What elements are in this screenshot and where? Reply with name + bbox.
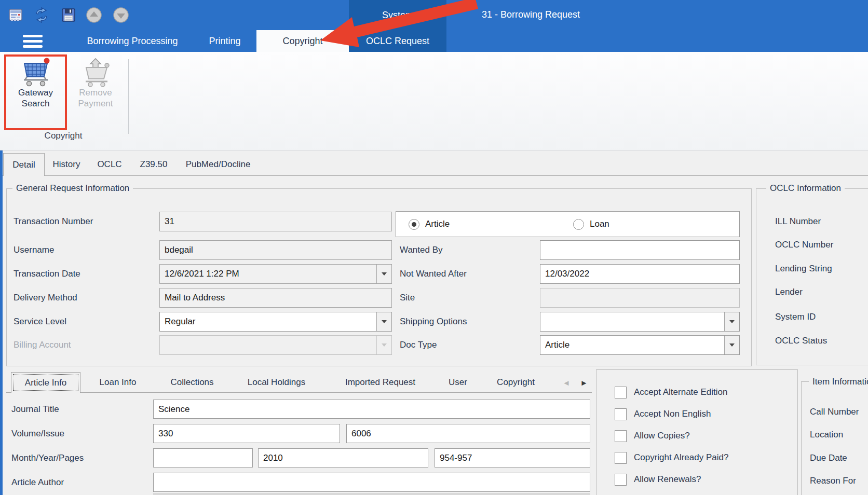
year-value: 2010 <box>263 453 283 463</box>
transaction-date-value: 12/6/2021 1:22 PM <box>165 269 239 279</box>
billing-account-dropdown-icon <box>376 336 391 354</box>
ribbon-tab-copyright[interactable]: Copyright <box>256 30 349 52</box>
copyright-already-paid-checkbox[interactable] <box>615 452 627 464</box>
allow-copies-checkbox[interactable] <box>615 430 627 442</box>
tab-copyright-bottom[interactable]: Copyright <box>485 372 546 393</box>
not-wanted-after-label: Not Wanted After <box>400 264 467 284</box>
accept-non-english-checkbox[interactable] <box>615 408 627 420</box>
refresh-icon[interactable] <box>33 7 50 23</box>
allow-renewals-checkbox[interactable] <box>615 474 627 486</box>
collapse-up-icon[interactable] <box>86 7 102 23</box>
issue-value: 6006 <box>351 429 371 439</box>
journal-title-field[interactable]: Science <box>153 400 590 419</box>
tab-local-holdings[interactable]: Local Holdings <box>236 372 317 393</box>
not-wanted-after-value: 12/03/2022 <box>545 269 589 279</box>
doc-type-combobox[interactable]: Article <box>540 335 740 355</box>
doc-type-label: Doc Type <box>400 335 437 355</box>
transaction-number-value: 31 <box>165 216 174 227</box>
tab-history[interactable]: History <box>45 153 88 176</box>
ribbon-tab-borrowing-processing[interactable]: Borrowing Processing <box>78 30 187 52</box>
reason-for-label: Reason For <box>810 476 856 486</box>
oclc-information-group-title: OCLC Information <box>766 183 845 194</box>
wanted-by-label: Wanted By <box>400 240 443 260</box>
tab-user[interactable]: User <box>442 372 473 393</box>
site-label: Site <box>400 288 415 308</box>
shipping-options-dropdown-icon[interactable] <box>724 312 739 331</box>
titlebar: System 31 - Borrowing Request Borrowing … <box>0 0 868 52</box>
system-menu-label[interactable]: System <box>349 8 446 22</box>
pages-value: 954-957 <box>440 453 472 463</box>
username-field[interactable]: bdegail <box>159 240 392 260</box>
not-wanted-after-field[interactable]: 12/03/2022 <box>540 264 740 284</box>
general-request-group-title: General Request Information <box>12 183 133 194</box>
shipping-options-combobox[interactable] <box>540 312 740 332</box>
lending-string-label: Lending String <box>775 264 832 274</box>
tab-z3950[interactable]: Z39.50 <box>131 153 177 176</box>
month-field[interactable] <box>153 448 253 468</box>
article-author-field[interactable] <box>153 473 590 492</box>
pages-field[interactable]: 954-957 <box>435 448 590 468</box>
tab-loan-info[interactable]: Loan Info <box>89 372 146 393</box>
accept-non-english-label: Accept Non English <box>634 409 711 419</box>
delivery-method-field[interactable]: Mail to Address <box>159 288 392 308</box>
tab-collections[interactable]: Collections <box>158 372 226 393</box>
item-information-group-title: Item Information <box>809 377 868 387</box>
volume-issue-label: Volume/Issue <box>11 424 64 443</box>
transaction-date-combobox[interactable]: 12/6/2021 1:22 PM <box>159 264 392 284</box>
window-title: 31 - Borrowing Request <box>482 9 580 20</box>
due-date-label: Due Date <box>810 453 847 463</box>
allow-renewals-label: Allow Renewals? <box>634 474 701 485</box>
service-level-value: Regular <box>165 317 196 327</box>
clipped-next-field <box>153 493 590 495</box>
remove-payment-label-line1: Remove <box>79 87 112 98</box>
username-label: Username <box>13 240 54 260</box>
delivery-method-label: Delivery Method <box>13 288 77 308</box>
wanted-by-field[interactable] <box>540 240 740 260</box>
year-field[interactable]: 2010 <box>258 448 428 468</box>
doc-type-dropdown-icon[interactable] <box>724 336 739 354</box>
accept-alternate-edition-checkbox[interactable] <box>615 387 627 398</box>
request-flags-panel: Accept Alternate Edition Accept Non Engl… <box>596 369 798 495</box>
cart-upload-icon <box>80 57 111 87</box>
tab-detail[interactable]: Detail <box>3 153 45 176</box>
issue-field[interactable]: 6006 <box>346 424 590 443</box>
service-level-combobox[interactable]: Regular <box>159 312 392 332</box>
transaction-number-field[interactable]: 31 <box>159 212 392 231</box>
ribbon-tab-printing[interactable]: Printing <box>201 30 248 52</box>
hamburger-menu-icon[interactable] <box>23 33 44 49</box>
service-level-label: Service Level <box>13 312 66 332</box>
article-author-label: Article Author <box>11 473 64 492</box>
ribbon-content <box>0 52 868 150</box>
location-label: Location <box>810 430 843 440</box>
transaction-number-label: Transaction Number <box>13 212 93 231</box>
remove-payment-button[interactable]: Remove Payment <box>71 57 120 109</box>
month-year-pages-label: Month/Year/Pages <box>11 448 84 468</box>
article-radio[interactable] <box>409 219 419 230</box>
ribbon-tab-oclc-request[interactable]: OCLC Request <box>351 30 444 52</box>
loan-radio[interactable] <box>573 219 584 230</box>
transaction-date-dropdown-icon[interactable] <box>376 265 391 283</box>
tab-oclc[interactable]: OCLC <box>88 153 131 176</box>
collapse-down-icon[interactable] <box>113 7 129 23</box>
ribbon-group-label: Copyright <box>6 131 120 141</box>
tab-article-info[interactable]: Article Info <box>11 372 80 393</box>
username-value: bdegail <box>165 245 193 255</box>
doc-type-value: Article <box>545 340 569 350</box>
tab-pubmed-docline[interactable]: PubMed/Docline <box>177 153 260 176</box>
save-icon[interactable] <box>61 7 76 23</box>
gateway-search-button[interactable]: Gateway Search <box>7 57 64 109</box>
transaction-date-label: Transaction Date <box>13 264 80 284</box>
tab-imported-request[interactable]: Imported Request <box>330 372 431 393</box>
billing-account-combobox <box>159 335 392 355</box>
remove-payment-label-line2: Payment <box>78 98 113 109</box>
ill-number-label: ILL Number <box>775 216 821 227</box>
window-left-edge <box>0 150 3 495</box>
service-level-dropdown-icon[interactable] <box>376 312 391 331</box>
tab-scroll-right-icon[interactable]: ► <box>577 372 591 393</box>
form-grid-icon[interactable] <box>8 8 23 22</box>
request-type-radiogroup: Article Loan <box>396 211 740 237</box>
volume-field[interactable]: 330 <box>153 424 340 443</box>
tab-scroll-left-icon[interactable]: ◄ <box>560 372 573 393</box>
lender-label: Lender <box>775 287 803 297</box>
article-radio-label: Article <box>425 212 450 237</box>
